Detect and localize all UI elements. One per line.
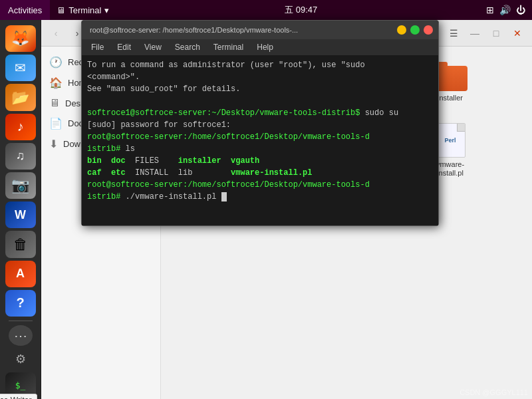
ls-sp5: INSTALL lib (126, 168, 231, 178)
terminal-line-10: caf etc INSTALL lib vmware-install.pl (87, 167, 433, 179)
ls-sp3 (221, 156, 231, 166)
ls-vgauth: vgauth (231, 156, 259, 166)
main-area: 🦊 ✉ 📂 ♪ ♫ 📷 W LibreOffice Writer 🗑 A ? (0, 20, 532, 399)
camera-icon: 📷 (11, 177, 29, 194)
minimize-button[interactable]: — (466, 24, 484, 43)
terminal-content[interactable]: To run a command as administrator (user … (82, 55, 438, 225)
close-button[interactable]: ✕ (508, 24, 527, 43)
menu-file[interactable]: File (86, 41, 109, 53)
lo-tooltip: LibreOffice Writer (0, 394, 37, 399)
maximize-button[interactable]: □ (487, 24, 505, 43)
menu-terminal[interactable]: Terminal (208, 41, 249, 53)
terminal-ls-cmd: ls (120, 144, 135, 154)
terminal-taskbar-icon: 🖥 (57, 5, 65, 15)
power-icon[interactable]: ⏻ (516, 5, 525, 15)
ls-sp2: FILES (126, 156, 178, 166)
terminal-close-button[interactable]: ✕ (424, 25, 433, 35)
terminal-title: root@softroce-server: /home/softroce1/De… (87, 26, 393, 34)
ls-etc: etc (111, 168, 126, 178)
ls-doc: doc (111, 156, 126, 166)
menu-help[interactable]: Help (251, 41, 279, 53)
music-icon: ♪ (17, 119, 24, 134)
dock-camera[interactable]: 📷 (5, 172, 36, 199)
menu-view[interactable]: View (139, 41, 167, 53)
terminal-install-cmd: ./vmware-install.pl (120, 192, 221, 201)
terminal-line-5: softroce1@softroce-server:~/Desktop/vmwa… (87, 107, 433, 119)
sidebar-desktop-icon: 🖥 (49, 97, 60, 109)
file-manager: ‹ › ‹ 🏠 Home › Desktop › vmware-tools-di… (41, 20, 532, 399)
topbar-system-icons: ⊞ 🔊 ⏻ (486, 5, 532, 15)
terminal-line-12: istrib# ./vmware-install.pl (87, 191, 433, 203)
terminal-line-9: bin doc FILES installer vgauth (87, 155, 433, 167)
terminal-line-2: <command>". (87, 71, 433, 83)
dock-writer[interactable]: W LibreOffice Writer (5, 201, 36, 228)
sidebar-documents-icon: 📄 (49, 117, 63, 130)
ls-sp1 (102, 156, 111, 166)
back-button[interactable]: ‹ (47, 24, 65, 43)
file-label: installer (438, 94, 463, 102)
writer2-icon: A (16, 267, 25, 281)
dock-divider (9, 321, 33, 321)
recent-icon: 🕐 (49, 56, 63, 68)
writer-icon: W (15, 208, 26, 222)
terminal-maximize-button[interactable]: □ (410, 25, 420, 35)
perl-label: Perl (444, 137, 456, 144)
dock-music[interactable]: ♪ (5, 114, 36, 140)
files-icon: 📂 (11, 89, 29, 106)
firefox-icon: 🦊 (11, 30, 29, 47)
dock-files[interactable]: 📂 (5, 84, 36, 110)
terminal-prompt3: istrib# (87, 144, 120, 154)
help-icon: ? (16, 295, 24, 311)
email-icon: ✉ (15, 60, 26, 76)
terminal-line-8: istrib# ls (87, 143, 433, 155)
perl-file-icon: Perl (435, 123, 466, 158)
ls-caf: caf (87, 168, 102, 178)
activities-button[interactable]: Activities (0, 0, 50, 20)
dock-add-button[interactable]: ⋯ (9, 325, 33, 346)
dock-firefox[interactable]: 🦊 (5, 25, 36, 52)
terminal-line-7: root@softroce-server:/home/softroce1/Des… (87, 131, 433, 143)
network-icon[interactable]: ⊞ (486, 5, 494, 15)
terminal-root-prompt2: istrib# (87, 192, 120, 201)
terminal-minimize-button[interactable]: − (397, 25, 406, 35)
dock-email[interactable]: ✉ (5, 55, 36, 81)
topbar: Activities 🖥 Terminal ▾ 五 09:47 ⊞ 🔊 ⏻ (0, 0, 532, 20)
terminal-root-prompt: root@softroce-server:/home/softroce1/Des… (87, 180, 370, 190)
watermark: CSDN @GGGYL111 (460, 388, 528, 396)
topbar-clock: 五 09:47 (116, 4, 486, 16)
add-icon: ⋯ (14, 328, 27, 344)
settings-icon: ⚙ (15, 352, 26, 366)
volume-icon[interactable]: 🔊 (499, 5, 511, 15)
ls-vmware-pl: vmware-install.pl (231, 168, 312, 178)
terminal-cursor (221, 192, 227, 201)
dock-settings-button[interactable]: ⚙ (9, 348, 33, 369)
sidebar-home-icon: 🏠 (49, 76, 63, 89)
trash-icon: 🗑 (13, 236, 28, 253)
dock-trash[interactable]: 🗑 (5, 231, 36, 257)
dock-help[interactable]: ? (5, 290, 36, 317)
terminal-taskbar-label: Terminal (68, 5, 101, 15)
ls-installer: installer (178, 156, 221, 166)
terminal-line-6: [sudo] password for softroce1: (87, 119, 433, 131)
dock-writer2[interactable]: A (5, 261, 36, 287)
terminal-prompt2: root@softroce-server:/home/softroce1/Des… (87, 132, 370, 142)
terminal-line-3: See "man sudo_root" for details. (87, 83, 433, 95)
menu-search[interactable]: Search (170, 41, 205, 53)
terminal-taskbar[interactable]: 🖥 Terminal ▾ (50, 5, 116, 15)
file-corner (457, 124, 465, 132)
terminal-line-11: root@softroce-server:/home/softroce1/Des… (87, 179, 433, 191)
terminal-line-1: To run a command as administrator (user … (87, 59, 433, 71)
application-dock: 🦊 ✉ 📂 ♪ ♫ 📷 W LibreOffice Writer 🗑 A ? (0, 20, 41, 399)
terminal-prompt: softroce1@softroce-server:~/Desktop/vmwa… (87, 108, 360, 118)
terminal-menubar: File Edit View Search Terminal Help (82, 39, 438, 55)
terminal-window: root@softroce-server: /home/softroce1/De… (81, 20, 439, 226)
terminal-line-4 (87, 95, 433, 107)
terminal-taskbar-arrow: ▾ (104, 5, 109, 15)
menu-button[interactable]: ☰ (444, 24, 463, 43)
ls-sp4 (102, 168, 111, 178)
ls-bin: bin (87, 156, 102, 166)
music2-icon: ♫ (16, 149, 25, 163)
menu-edit[interactable]: Edit (112, 41, 136, 53)
terminal-icon: $_ (15, 380, 26, 390)
dock-music2[interactable]: ♫ (5, 143, 36, 170)
